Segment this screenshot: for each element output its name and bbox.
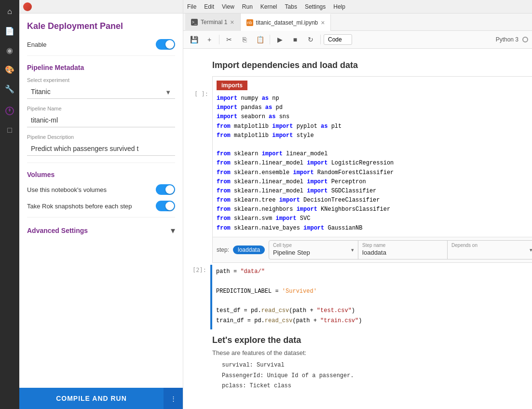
save-button[interactable]: 💾 [187,33,201,46]
terminal-tab-close-icon[interactable]: × [230,19,234,26]
depends-on-field-input[interactable] [451,248,532,257]
step-name-field: Step name [358,241,448,259]
pipeline-name-label: Pipeline Name [27,106,175,111]
kale-panel: Kale Deployment Panel Enable Pipeline Me… [19,0,183,409]
file-icon[interactable]: 📄 [1,22,18,40]
notebook-tab-close-icon[interactable]: × [321,19,325,26]
volumes-title: Volumes [27,171,175,178]
sidebar-topbar [19,0,183,14]
experiment-group: Select experiment Titanic ▼ [27,77,175,99]
cell-type-field-label: Cell type [273,243,354,248]
circle-icon[interactable]: ◉ [1,41,18,59]
depends-on-field: Depends on ▾ [448,241,532,259]
toolbar-divider1 [219,35,219,44]
pipeline-metadata-title: Pipeline Metadata [27,64,175,71]
pipeline-desc-group: Pipeline Description [27,134,175,156]
cell-2-number: [2]: [183,265,210,329]
feature-survival: survival: Survival [222,360,503,371]
volumes-toggle2[interactable] [156,201,175,211]
tab-terminal-label: Terminal 1 [201,19,227,26]
toolbar-divider2 [270,35,270,44]
step-fields: Cell type ▾ Step name Depends on ▾ [269,240,532,259]
stop-button[interactable]: ■ [288,33,302,46]
advanced-chevron-icon[interactable]: ▾ [171,225,175,236]
cell-2-row: [2]: path = "data/" PREDICTION_LABEL = '… [183,265,532,329]
paste-button[interactable]: 📋 [253,33,267,46]
kernel-name: Python 3 [496,36,518,43]
restart-button[interactable]: ↻ [304,33,317,46]
notebook-content: Import dependencies and load data [ ]: i… [183,49,532,409]
menubar-run[interactable]: Run [242,3,253,10]
enable-row: Enable [27,39,175,50]
cell-type-field-input[interactable] [273,248,354,257]
step-name-field-label: Step name [362,243,443,248]
app-logo [23,2,32,11]
menubar-tabs[interactable]: Tabs [285,3,297,10]
cell-1-content: imports import numpy as np import pandas… [212,76,532,263]
menubar-kernel[interactable]: Kernel [260,3,277,10]
tab-terminal[interactable]: >_ Terminal 1 × [185,14,241,31]
step-badge: loaddata [233,245,265,254]
toolbar-divider3 [320,35,321,44]
cell-1-row: [ ]: imports import numpy as np import p… [183,76,532,263]
copy-button[interactable]: ⎘ [238,33,251,46]
panel-title: Kale Deployment Panel [27,21,175,31]
experiment-select-wrapper: Titanic ▼ [27,85,175,99]
kale-icon[interactable] [1,102,18,120]
menubar-edit[interactable]: Edit [204,3,214,10]
tab-notebook[interactable]: nb titanic_dataset_ml.ipynb × [241,14,331,31]
experiment-select[interactable]: Titanic [27,85,175,99]
pipeline-desc-input[interactable] [27,142,175,156]
cell-1-code: import numpy as np import pandas as pd i… [213,92,532,237]
tools-icon[interactable]: 🔧 [1,80,18,97]
compile-bar: COMPILE AND RUN ⋮ [19,382,183,409]
advanced-title: Advanced Settings [27,227,88,234]
step-name-field-input[interactable] [362,248,443,257]
cut-button[interactable]: ✂ [222,33,236,46]
section2-desc: These are features of the dataset: [212,349,503,356]
cell-1-number: [ ]: [183,76,212,97]
menubar-help[interactable]: Help [333,3,345,10]
home-icon[interactable]: ⌂ [1,3,18,20]
compile-btn-row: COMPILE AND RUN ⋮ [19,388,183,409]
cell-type-wrapper: Code [324,34,352,45]
cell-type-field: Cell type ▾ [269,241,358,259]
folder-icon[interactable]: □ [1,122,18,139]
section1-title: Import dependencies and load data [212,60,503,70]
cell-type-select[interactable]: Code [324,34,352,45]
pipeline-name-input[interactable] [27,113,175,127]
volumes-toggle1-label: Use this notebook's volumes [27,186,107,193]
volumes-toggle2-label: Take Rok snapshots before each step [27,203,132,210]
sidebar-content: Kale Deployment Panel Enable Pipeline Me… [19,14,183,382]
menubar-view[interactable]: View [222,3,234,10]
feature-passengerid: PassengerId: Unique Id of a passenger. [222,371,503,382]
kernel-status-icon [522,37,528,42]
volumes-toggle1-row: Use this notebook's volumes [27,184,175,195]
compile-menu-dots-icon: ⋮ [170,395,177,402]
tab-notebook-label: titanic_dataset_ml.ipynb [256,19,318,26]
menubar: File Edit View Run Kernel Tabs Settings … [183,0,532,14]
volumes-toggle1[interactable] [156,184,175,195]
menubar-file[interactable]: File [187,3,196,10]
notebook-tab-icon: nb [246,19,253,26]
volumes-toggle2-row: Take Rok snapshots before each step [27,201,175,211]
menubar-settings[interactable]: Settings [305,3,326,10]
palette-icon[interactable]: 🎨 [1,61,18,78]
pipeline-desc-label: Pipeline Description [27,134,175,140]
toolbar-right: Python 3 [496,36,528,43]
step-label: step: [217,246,229,253]
enable-label: Enable [27,41,46,48]
main-area: File Edit View Run Kernel Tabs Settings … [183,0,532,409]
compile-run-button[interactable]: COMPILE AND RUN [19,388,164,409]
tab-bar: >_ Terminal 1 × nb titanic_dataset_ml.ip… [183,14,532,31]
section2-title: Let's explore the data [212,335,503,345]
notebook-toolbar: 💾 + ✂ ⎘ 📋 ▶ ■ ↻ Code Python 3 [183,31,532,49]
compile-menu-button[interactable]: ⋮ [164,388,183,409]
section2: Let's explore the data These are feature… [183,331,532,394]
advanced-section: Advanced Settings ▾ [27,225,175,236]
enable-toggle[interactable] [156,39,175,50]
step-bar: step: loaddata Cell type ▾ Step name [213,237,532,262]
add-cell-button[interactable]: + [203,33,216,46]
run-button[interactable]: ▶ [273,33,286,46]
experiment-label: Select experiment [27,77,175,83]
